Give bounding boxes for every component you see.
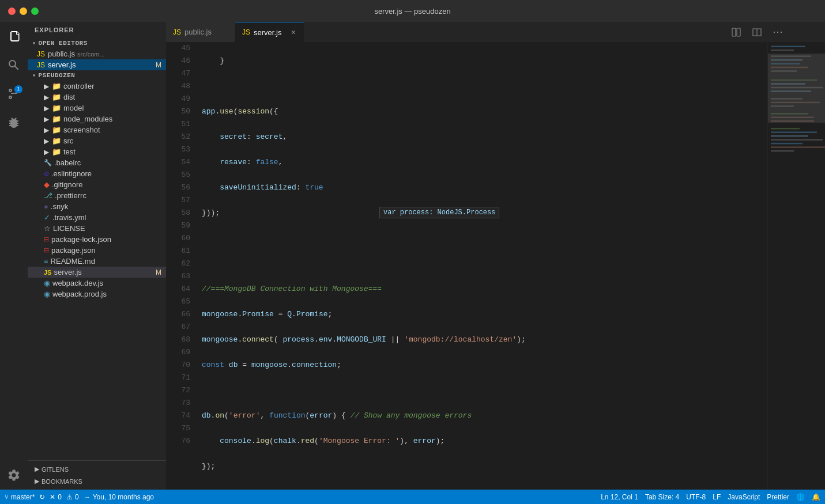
travis-icon: ✓ bbox=[44, 213, 50, 222]
bookmarks-label: BOOKMARKS bbox=[42, 478, 82, 485]
minimize-button[interactable] bbox=[20, 7, 27, 15]
bookmarks-arrow: ▶ bbox=[35, 478, 39, 485]
more-actions-icon[interactable] bbox=[770, 24, 786, 40]
file-webpack-prod-name: webpack.prod.js bbox=[52, 290, 107, 298]
file-eslintignore-name: .eslintignore bbox=[51, 169, 92, 178]
folder-node-modules[interactable]: ▶ 📁 node_modules bbox=[28, 113, 166, 124]
tab-size-item[interactable]: Tab Size: 4 bbox=[645, 493, 679, 501]
open-editor-server-js-name: server.js bbox=[48, 60, 76, 69]
code-content[interactable]: } app.use(session({ secret: secret, resa… bbox=[196, 42, 767, 490]
formatter-item[interactable]: Prettier bbox=[767, 493, 789, 501]
errors-item[interactable]: ✕ 0 ⚠ 0 bbox=[50, 493, 78, 501]
language-label: JavaScript bbox=[728, 493, 760, 501]
file-snyk-name: .snyk bbox=[51, 202, 68, 211]
formatter-label: Prettier bbox=[767, 493, 789, 501]
file-webpack-dev-name: webpack.dev.js bbox=[52, 279, 103, 287]
tab-public-js[interactable]: JS public.js bbox=[166, 22, 235, 42]
folder-test-name: test bbox=[63, 147, 76, 156]
file-package-json[interactable]: ⊟ package.json bbox=[28, 245, 166, 256]
line-ending-label: LF bbox=[713, 493, 721, 501]
svg-rect-1 bbox=[737, 28, 740, 36]
js-icon: JS bbox=[37, 61, 45, 69]
main-layout: 1 EXPLORER ▾ OPEN EDITORS JS public.js s… bbox=[0, 22, 825, 490]
svg-rect-26 bbox=[771, 139, 823, 141]
tab-size-label: Tab Size: 4 bbox=[645, 493, 679, 501]
folder-node-modules-name: node_modules bbox=[63, 115, 112, 123]
activity-extensions[interactable] bbox=[4, 113, 24, 132]
file-snyk[interactable]: ● .snyk bbox=[28, 201, 166, 212]
git-branch-item[interactable]: ⑂ master* bbox=[5, 493, 35, 501]
file-prettierrc[interactable]: ⎇ .prettierrc bbox=[28, 190, 166, 201]
file-prettierrc-name: .prettierrc bbox=[55, 191, 86, 200]
file-gitignore[interactable]: ◆ .gitignore bbox=[28, 179, 166, 190]
file-babelrc[interactable]: 🔧 .babelrc bbox=[28, 157, 166, 168]
prettier-icon: ⎇ bbox=[44, 191, 52, 200]
status-right: Ln 12, Col 1 Tab Size: 4 UTF-8 LF JavaSc… bbox=[601, 493, 820, 501]
minimap-slider[interactable] bbox=[768, 54, 825, 123]
tab-server-js-label: server.js bbox=[254, 28, 281, 37]
snyk-icon: ● bbox=[44, 202, 48, 211]
activity-bar: 1 bbox=[0, 22, 28, 490]
folder-controller[interactable]: ▶ 📁 controller bbox=[28, 81, 166, 92]
file-readme[interactable]: ≡ README.md bbox=[28, 256, 166, 267]
folder-model-name: model bbox=[63, 104, 84, 112]
author-label: You, 10 months ago bbox=[93, 493, 154, 501]
folder-icon: ▶ bbox=[44, 82, 49, 90]
svg-point-4 bbox=[781, 31, 782, 32]
tab-server-js[interactable]: JS server.js × bbox=[235, 22, 304, 42]
window-title: server.js — pseudozen bbox=[374, 7, 450, 16]
split-editor-icon[interactable] bbox=[749, 24, 765, 40]
open-editor-public-js-path: src/com... bbox=[77, 51, 105, 58]
activity-search[interactable] bbox=[4, 55, 24, 75]
svg-rect-25 bbox=[771, 135, 808, 137]
file-package-lock[interactable]: ⊟ package-lock.json bbox=[28, 234, 166, 245]
notifications-item[interactable]: 🌐 bbox=[796, 493, 805, 501]
folder-model[interactable]: ▶ 📁 model bbox=[28, 103, 166, 113]
open-editors-section[interactable]: ▾ OPEN EDITORS bbox=[28, 38, 166, 48]
svg-rect-7 bbox=[771, 50, 794, 51]
svg-rect-27 bbox=[771, 143, 803, 145]
tooltip-text: var process: NodeJS.Process bbox=[383, 209, 495, 217]
close-button[interactable] bbox=[8, 7, 16, 15]
window-controls[interactable] bbox=[8, 7, 39, 15]
file-server-js[interactable]: JS server.js M bbox=[28, 267, 166, 278]
minimap[interactable] bbox=[767, 42, 825, 490]
bell-item[interactable]: 🔔 bbox=[812, 493, 820, 501]
open-editor-public-js-name: public.js bbox=[48, 50, 75, 58]
file-webpack-prod[interactable]: ◉ webpack.prod.js bbox=[28, 289, 166, 300]
svg-point-2 bbox=[774, 31, 775, 32]
open-editors-arrow: ▾ bbox=[32, 40, 36, 47]
maximize-button[interactable] bbox=[31, 7, 39, 15]
folder-screenshot[interactable]: ▶ 📁 screenshot bbox=[28, 124, 166, 135]
folder-dist[interactable]: ▶ 📁 dist bbox=[28, 92, 166, 103]
open-changes-icon[interactable] bbox=[728, 24, 744, 40]
file-license[interactable]: ☆ LICENSE bbox=[28, 223, 166, 234]
file-eslintignore[interactable]: ⊘ .eslintignore bbox=[28, 168, 166, 179]
sync-item[interactable]: ↻ bbox=[39, 493, 45, 501]
license-icon: ☆ bbox=[44, 224, 51, 233]
encoding-label: UTF-8 bbox=[686, 493, 706, 501]
open-editor-server-js[interactable]: JS server.js M bbox=[28, 59, 166, 70]
activity-source-control[interactable]: 1 bbox=[4, 84, 24, 104]
open-editor-public-js[interactable]: JS public.js src/com... bbox=[28, 48, 166, 59]
folder-src[interactable]: ▶ 📁 src bbox=[28, 135, 166, 146]
activity-explorer[interactable] bbox=[4, 26, 24, 46]
sidebar: EXPLORER ▾ OPEN EDITORS JS public.js src… bbox=[28, 22, 166, 490]
warning-count: 0 bbox=[75, 493, 79, 501]
file-webpack-dev[interactable]: ◉ webpack.dev.js bbox=[28, 278, 166, 289]
svg-rect-0 bbox=[732, 28, 736, 36]
cursor-position-item[interactable]: Ln 12, Col 1 bbox=[601, 493, 638, 501]
line-ending-item[interactable]: LF bbox=[713, 493, 721, 501]
file-package-lock-name: package-lock.json bbox=[51, 235, 111, 244]
folder-test[interactable]: ▶ 📁 test bbox=[28, 146, 166, 157]
project-section[interactable]: ▾ PSEUDOZEN bbox=[28, 70, 166, 81]
file-travis[interactable]: ✓ .travis.yml bbox=[28, 212, 166, 223]
folder-icon: ▶ bbox=[44, 148, 49, 156]
titlebar: server.js — pseudozen bbox=[0, 0, 825, 22]
tab-close-button[interactable]: × bbox=[290, 26, 297, 38]
activity-settings[interactable] bbox=[4, 465, 24, 485]
encoding-item[interactable]: UTF-8 bbox=[686, 493, 706, 501]
bookmarks-section[interactable]: ▶ BOOKMARKS bbox=[28, 475, 166, 487]
language-item[interactable]: JavaScript bbox=[728, 493, 760, 501]
gitlens-section[interactable]: ▶ GITLENS bbox=[28, 463, 166, 475]
